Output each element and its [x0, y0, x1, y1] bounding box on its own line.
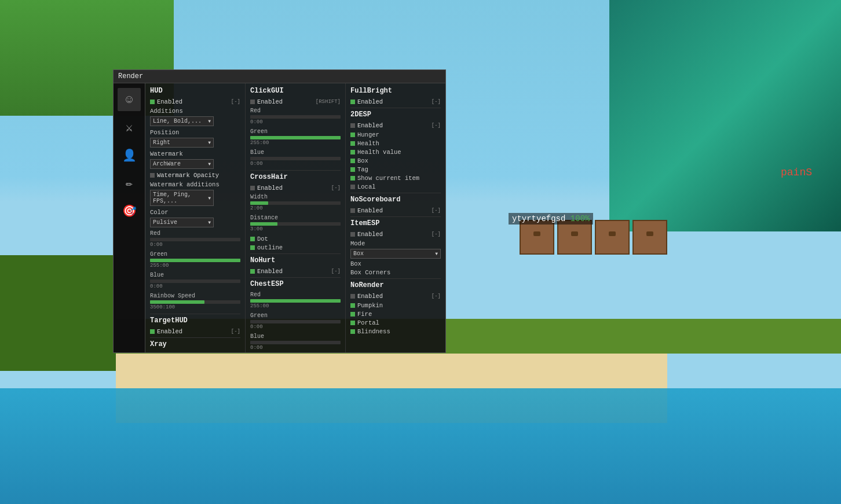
noScoreboard-enabled-indicator [350, 208, 355, 213]
nohurt-enabled-text: Enabled [257, 268, 283, 275]
clickgui-enabled-text: Enabled [257, 98, 283, 105]
sidebar-icon-sword[interactable]: ⚔ [118, 116, 141, 139]
itemesp-red-track[interactable] [250, 299, 341, 303]
rainbow-speed-slider[interactable]: Rainbow Speed 3500:100 [150, 293, 240, 310]
rainbow-speed-track[interactable] [150, 300, 240, 304]
noRender-blindness-label: Blindness [357, 328, 390, 335]
xray-header: Xray [150, 340, 240, 348]
hud-header: HUD [150, 87, 240, 95]
clickgui-blue-track[interactable] [250, 157, 341, 160]
watermark-additions-value: Time, Ping, FPS,... [153, 192, 208, 204]
clickgui-green-slider[interactable]: Green 255:00 [250, 128, 341, 146]
noRender-pumpkin[interactable]: Pumpkin [350, 302, 441, 309]
crosshair-enabled-row[interactable]: Enabled [-] [250, 185, 341, 192]
hud-green-slider[interactable]: Green 255:00 [150, 251, 240, 268]
hud-red-track[interactable] [150, 238, 240, 241]
watermark-additions-dropdown[interactable]: Time, Ping, FPS,... ▼ [150, 190, 214, 206]
twoDesp-health-value[interactable]: Health value [350, 149, 441, 156]
noRender-blindness[interactable]: Blindness [350, 328, 441, 335]
additions-dropdown[interactable]: Line, Bold,... ▼ [150, 116, 214, 126]
itemESP-mode-dropdown[interactable]: Box ▼ [350, 249, 441, 259]
twoDesp-box-label: Box [357, 157, 368, 164]
hud-blue-track[interactable] [150, 279, 240, 283]
noScoreboard-enabled-row[interactable]: Enabled [-] [350, 207, 441, 214]
itemesp-green-slider[interactable]: Green 0:00 [250, 312, 341, 330]
xray-enabled-row[interactable]: Enabled [-] [150, 352, 240, 352]
render-panel: Render ☺ ⚔ 👤 ✏️ 🎯 HUD Enabled [-] [113, 69, 446, 353]
twoDesp-box[interactable]: Box [350, 157, 441, 164]
hud-green-track[interactable] [150, 259, 240, 262]
watermark-additions-arrow: ▼ [208, 196, 211, 201]
twoDesp-local-label: Local [357, 183, 376, 190]
watermark-dropdown[interactable]: ArchWare ▼ [150, 159, 214, 169]
rainbow-speed-fill [150, 300, 204, 304]
clickgui-enabled-row[interactable]: Enabled [RSHIFT] [250, 98, 341, 105]
crosshair-distance-slider[interactable]: Distance 3:00 [250, 215, 341, 232]
twoDesp-tag[interactable]: Tag [350, 166, 441, 173]
itemesp-red-slider[interactable]: Red 255:00 [250, 292, 341, 309]
fullbright-enabled-row[interactable]: Enabled [-] [350, 98, 441, 105]
position-dropdown[interactable]: Right ▼ [150, 138, 214, 148]
sidebar-icon-target[interactable]: 🎯 [118, 199, 141, 222]
watermark-label: Watermark [150, 150, 240, 157]
clickgui-green-track[interactable] [250, 136, 341, 139]
fullbright-divider-3 [350, 216, 441, 217]
twoDesp-show-current-item-label: Show current item [357, 175, 419, 182]
itemESP-mode-box-option[interactable]: Box [350, 260, 441, 267]
twoDesp-local[interactable]: Local [350, 183, 441, 190]
itemESP-box-label: Box [350, 260, 361, 267]
noRender-enabled-row[interactable]: Enabled [-] [350, 293, 441, 300]
clickgui-red-track[interactable] [250, 115, 341, 119]
targethud-enabled-row[interactable]: Enabled [-] [150, 328, 240, 335]
itemESP-enabled-row[interactable]: Enabled [-] [350, 231, 441, 238]
chest-block-3 [595, 220, 630, 255]
nohurt-header: NoHurt [250, 256, 341, 264]
hud-enabled-row[interactable]: Enabled [-] [150, 98, 240, 105]
clickgui-red-label: Red [250, 108, 341, 114]
noRender-portal[interactable]: Portal [350, 319, 441, 326]
crosshair-outline-label: outline [257, 244, 283, 251]
water-terrain [0, 388, 841, 504]
twoDesp-health[interactable]: Health [350, 140, 441, 147]
itemESP-mode-corners-option[interactable]: Box Corners [350, 269, 441, 276]
nohurt-enabled-row[interactable]: Enabled [-] [250, 268, 341, 275]
twoDesp-show-current-item-indicator [350, 176, 355, 181]
chest-block-4 [632, 220, 667, 255]
hud-red-slider[interactable]: Red 0:00 [150, 230, 240, 248]
hud-blue-slider[interactable]: Blue 0:00 [150, 272, 240, 289]
clickgui-blue-value: 0:00 [250, 161, 341, 167]
sidebar-icon-person[interactable]: 👤 [118, 144, 141, 167]
itemESP-mode-label: Mode [350, 240, 441, 247]
panel-title: Render [114, 70, 445, 83]
itemesp-blue-value: 0:00 [250, 345, 341, 351]
twoDesp-enabled-indicator [350, 123, 355, 128]
twoDesp-health-label: Health [357, 140, 379, 147]
twoDesp-enabled-row[interactable]: Enabled [-] [350, 122, 441, 129]
color-dropdown[interactable]: Pulsive ▼ [150, 218, 214, 227]
itemesp-blue-track[interactable] [250, 341, 341, 344]
sidebar-icon-face[interactable]: ☺ [118, 88, 141, 111]
watermark-opacity-row[interactable]: Watermark Opacity [150, 172, 240, 179]
hud-divider [150, 314, 240, 314]
watermark-opacity-indicator [150, 173, 155, 178]
noRender-fire[interactable]: Fire [350, 311, 441, 318]
itemesp-green-track[interactable] [250, 320, 341, 323]
crosshair-outline-row[interactable]: outline [250, 244, 341, 251]
crosshair-dot-indicator [250, 237, 255, 241]
twoDesp-show-current-item[interactable]: Show current item [350, 175, 441, 182]
color-arrow: ▼ [208, 220, 211, 225]
color-value: Pulsive [153, 219, 177, 226]
itemESP-header: ItemESP [350, 219, 441, 227]
crosshair-distance-track[interactable] [250, 222, 341, 226]
clickgui-blue-slider[interactable]: Blue 0:00 [250, 149, 341, 167]
sidebar-icon-tool[interactable]: ✏️ [118, 171, 141, 194]
crosshair-distance-label: Distance [250, 215, 341, 221]
fullbright-enabled-text: Enabled [357, 98, 383, 105]
itemesp-blue-slider[interactable]: Blue 0:00 [250, 333, 341, 351]
crosshair-width-slider[interactable]: Width 2:00 [250, 194, 341, 211]
itemESP-enabled-text: Enabled [357, 231, 383, 238]
twoDesp-hunger[interactable]: Hunger [350, 131, 441, 138]
crosshair-width-track[interactable] [250, 201, 341, 205]
crosshair-dot-row[interactable]: Dot [250, 236, 341, 242]
clickgui-red-slider[interactable]: Red 0:00 [250, 108, 341, 125]
